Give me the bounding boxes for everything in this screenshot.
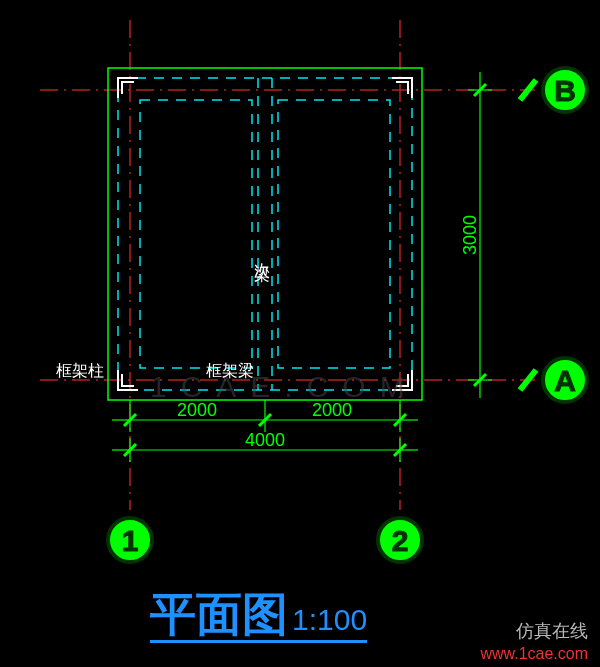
- title-scale: 1:100: [292, 603, 367, 636]
- svg-text:A: A: [554, 364, 576, 397]
- faint-watermark: 1CAE.COM: [150, 370, 419, 404]
- label-secondary-beam: 次梁: [254, 250, 271, 283]
- label-column: 框架柱: [56, 362, 104, 379]
- dim-text-height: 3000: [460, 215, 480, 255]
- grid-bubble-1: 1: [108, 518, 152, 562]
- column-mark-tr: [392, 78, 412, 98]
- column-mark-tl: [118, 78, 138, 98]
- svg-text:2: 2: [392, 524, 409, 557]
- drawing-title: 平面图1:100: [150, 590, 367, 643]
- dim-text-total: 4000: [245, 430, 285, 450]
- title-text: 平面图: [150, 588, 288, 640]
- beam-inner-left: [140, 100, 252, 368]
- svg-text:B: B: [554, 74, 576, 107]
- slab-outline: [108, 68, 422, 400]
- grid-bubble-2: 2: [378, 518, 422, 562]
- grid-bubble-a: A: [543, 358, 587, 402]
- beam-outline-outer: [118, 78, 412, 390]
- beam-inner-right: [278, 100, 390, 368]
- watermark-text: 仿真在线: [516, 619, 588, 643]
- grid-bubble-b: B: [543, 68, 587, 112]
- svg-text:1: 1: [122, 524, 139, 557]
- source-url-text: www.1cae.com: [480, 645, 588, 663]
